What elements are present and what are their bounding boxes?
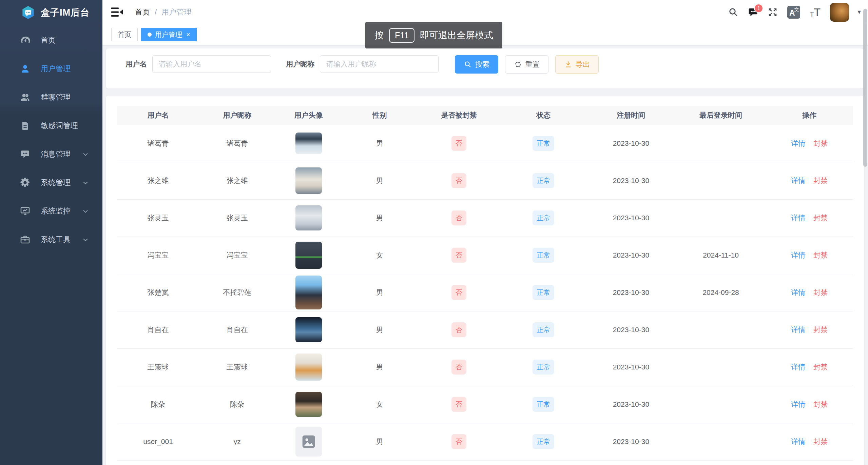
cell-status: 正常 bbox=[501, 348, 586, 386]
tab-home[interactable]: 首页 bbox=[111, 28, 138, 41]
cell-banned: 否 bbox=[417, 274, 501, 311]
ban-link[interactable]: 封禁 bbox=[813, 251, 828, 259]
app-logo[interactable]: 盒子IM后台 bbox=[0, 0, 102, 25]
banned-badge: 否 bbox=[451, 322, 466, 337]
toolbox-icon bbox=[20, 234, 31, 245]
avatar[interactable] bbox=[830, 3, 849, 22]
user-avatar bbox=[295, 133, 322, 154]
cell-status: 正常 bbox=[501, 237, 586, 274]
cell-register-time: 2023-10-30 bbox=[586, 311, 676, 348]
user-avatar-placeholder bbox=[295, 427, 322, 457]
cell-actions: 详情封禁 bbox=[766, 311, 853, 348]
ban-link[interactable]: 封禁 bbox=[813, 363, 828, 371]
cell-last-login bbox=[676, 423, 766, 460]
app-title: 盒子IM后台 bbox=[41, 6, 90, 19]
ban-link[interactable]: 封禁 bbox=[813, 326, 828, 333]
table-row: 诸葛青诸葛青男否正常2023-10-30详情封禁 bbox=[117, 125, 853, 162]
user-menu-caret-icon[interactable]: ▼ bbox=[856, 9, 862, 15]
cell-avatar bbox=[275, 199, 342, 237]
detail-link[interactable]: 详情 bbox=[791, 214, 805, 222]
scrollbar-thumb[interactable] bbox=[863, 9, 867, 167]
sidebar-item-system-tools[interactable]: 系统工具 bbox=[0, 225, 102, 254]
cell-nickname: 陈朵 bbox=[199, 386, 275, 423]
cell-nickname: 冯宝宝 bbox=[199, 237, 275, 274]
message-button[interactable]: 1 bbox=[748, 7, 758, 17]
sidebar-item-message-management[interactable]: 消息管理 bbox=[0, 140, 102, 168]
detail-link[interactable]: 详情 bbox=[791, 288, 805, 296]
tab-label: 首页 bbox=[118, 30, 131, 39]
breadcrumb-home[interactable]: 首页 bbox=[135, 7, 150, 17]
status-badge: 正常 bbox=[533, 173, 554, 188]
detail-link[interactable]: 详情 bbox=[791, 438, 805, 445]
sidebar-item-label: 系统管理 bbox=[41, 178, 81, 188]
cell-status: 正常 bbox=[501, 386, 586, 423]
cell-status: 正常 bbox=[501, 423, 586, 460]
cell-username: 张楚岚 bbox=[117, 274, 199, 311]
sidebar-collapse-button[interactable] bbox=[111, 7, 123, 17]
chat-icon bbox=[20, 149, 31, 160]
ban-link[interactable]: 封禁 bbox=[813, 214, 828, 222]
cell-last-login bbox=[676, 162, 766, 199]
navbar-actions: 1 A 文 TT ▼ bbox=[728, 0, 862, 24]
font-size-button[interactable]: TT bbox=[810, 7, 821, 18]
cell-actions: 详情封禁 bbox=[766, 162, 853, 199]
cell-avatar bbox=[275, 274, 342, 311]
language-sub-glyph: 文 bbox=[794, 7, 799, 13]
column-header: 状态 bbox=[501, 106, 586, 125]
cell-gender: 男 bbox=[342, 348, 417, 386]
sidebar-item-group-management[interactable]: 群聊管理 bbox=[0, 83, 102, 112]
ban-link[interactable]: 封禁 bbox=[813, 177, 828, 184]
ban-link[interactable]: 封禁 bbox=[813, 400, 828, 408]
sidebar-item-user-management[interactable]: 用户管理 bbox=[0, 55, 102, 83]
nickname-label: 用户昵称 bbox=[286, 55, 314, 73]
font-size-small-glyph: T bbox=[810, 11, 814, 18]
fullscreen-button[interactable] bbox=[768, 7, 778, 17]
group-icon bbox=[20, 92, 31, 103]
cell-username: 冯宝宝 bbox=[117, 237, 199, 274]
cell-status: 正常 bbox=[501, 125, 586, 162]
user-avatar bbox=[295, 317, 322, 342]
sidebar-item-system-monitor[interactable]: 系统监控 bbox=[0, 197, 102, 225]
username-input[interactable] bbox=[152, 55, 271, 73]
ban-link[interactable]: 封禁 bbox=[813, 288, 828, 296]
cell-avatar bbox=[275, 162, 342, 199]
sidebar-item-label: 用户管理 bbox=[41, 64, 90, 74]
reset-button[interactable]: 重置 bbox=[505, 55, 548, 74]
detail-link[interactable]: 详情 bbox=[791, 251, 805, 259]
sidebar-item-system-management[interactable]: 系统管理 bbox=[0, 168, 102, 197]
user-table-body: 诸葛青诸葛青男否正常2023-10-30详情封禁张之维张之维男否正常2023-1… bbox=[117, 125, 853, 460]
cell-nickname: 张灵玉 bbox=[199, 199, 275, 237]
cell-status: 正常 bbox=[501, 311, 586, 348]
banned-badge: 否 bbox=[451, 434, 466, 449]
sidebar-item-label: 群聊管理 bbox=[41, 92, 90, 102]
sidebar-menu: 首页用户管理群聊管理敏感词管理消息管理系统管理系统监控系统工具 bbox=[0, 26, 102, 254]
sidebar-item-sensitive-words[interactable]: 敏感词管理 bbox=[0, 112, 102, 140]
table-row: 张灵玉张灵玉男否正常2023-10-30详情封禁 bbox=[117, 199, 853, 237]
sidebar-item-label: 首页 bbox=[41, 35, 90, 45]
tab-user-management[interactable]: 用户管理× bbox=[141, 28, 197, 41]
cell-register-time: 2023-10-30 bbox=[586, 162, 676, 199]
detail-link[interactable]: 详情 bbox=[791, 400, 805, 408]
language-switch-button[interactable]: A 文 bbox=[787, 6, 800, 19]
detail-link[interactable]: 详情 bbox=[791, 139, 805, 147]
tab-close-icon[interactable]: × bbox=[186, 31, 190, 38]
export-button[interactable]: 导出 bbox=[555, 55, 599, 74]
ban-link[interactable]: 封禁 bbox=[813, 139, 828, 147]
status-badge: 正常 bbox=[533, 285, 554, 300]
cell-avatar bbox=[275, 386, 342, 423]
cell-gender: 男 bbox=[342, 199, 417, 237]
search-submit-button[interactable]: 搜索 bbox=[455, 55, 498, 74]
detail-link[interactable]: 详情 bbox=[791, 326, 805, 333]
cell-gender: 男 bbox=[342, 125, 417, 162]
ban-link[interactable]: 封禁 bbox=[813, 438, 828, 445]
detail-link[interactable]: 详情 bbox=[791, 363, 805, 371]
sidebar-item-home[interactable]: 首页 bbox=[0, 26, 102, 55]
cell-register-time: 2023-10-30 bbox=[586, 199, 676, 237]
tab-active-dot bbox=[148, 33, 152, 37]
detail-link[interactable]: 详情 bbox=[791, 177, 805, 184]
column-header: 操作 bbox=[766, 106, 853, 125]
table-row: 冯宝宝冯宝宝女否正常2023-10-302024-11-10详情封禁 bbox=[117, 237, 853, 274]
nickname-input[interactable] bbox=[320, 55, 439, 73]
search-button[interactable] bbox=[728, 7, 738, 17]
main-area: 首页 / 用户管理 1 bbox=[102, 0, 868, 465]
